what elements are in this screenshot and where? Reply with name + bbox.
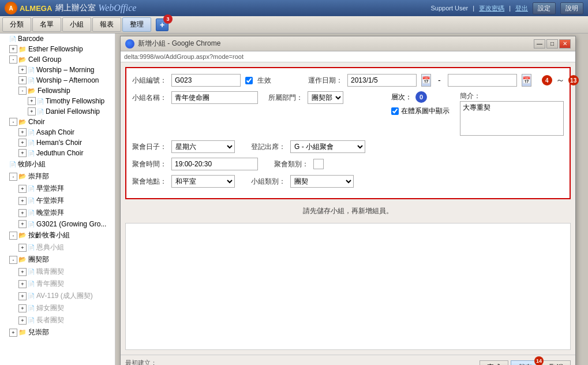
meeting-place-select[interactable]: 和平室 [171, 175, 235, 188]
nav-bar: 分類 名單 小組 報表 整理 + 3 [0, 16, 588, 33]
expand-icon[interactable]: - [9, 232, 17, 240]
sidebar-item-cellgroup[interactable]: - 📂 Cell Group [0, 54, 115, 65]
sidebar-item-noon-worship[interactable]: + 📄 午堂崇拜 [0, 195, 115, 207]
sidebar-item-label: Cell Group [28, 55, 61, 64]
sidebar-item-jeduthun[interactable]: + 📄 Jeduthun Choir [0, 148, 115, 158]
sidebar-item-age-care[interactable]: - 📂 按齡牧養小組 [0, 229, 115, 241]
meeting-time-input[interactable] [171, 158, 258, 170]
operation-date-input[interactable] [347, 74, 417, 87]
change-pwd-link[interactable]: 更改密碼 [479, 4, 504, 13]
sidebar-item-fellowship-dept[interactable]: - 📂 團契部 [0, 254, 115, 266]
expand-icon[interactable]: + [18, 128, 27, 136]
close-btn[interactable]: ✕ [559, 39, 571, 49]
settings-btn[interactable]: 設定 [533, 2, 556, 14]
group-btn[interactable]: 小組 [62, 17, 91, 32]
sidebar-item-job-fellowship[interactable]: + 📄 職青團契 [0, 266, 115, 278]
expand-icon[interactable]: + [28, 107, 36, 116]
expand-icon[interactable]: + [18, 209, 27, 217]
sidebar-item-elderly-fellowship[interactable]: + 📄 長者團契 [0, 314, 115, 326]
meeting-day-select[interactable]: 星期六 [171, 140, 235, 153]
expand-icon[interactable]: + [18, 316, 27, 325]
cal-end-btn[interactable]: 📅 [522, 74, 531, 87]
meeting-place-label: 聚會地點： [132, 177, 167, 187]
cal-start-btn[interactable]: 📅 [421, 74, 431, 87]
doc-icon: 📄 [28, 140, 35, 146]
expand-icon[interactable]: + [18, 76, 27, 84]
expand-icon[interactable]: + [18, 197, 27, 205]
expand-icon[interactable]: + [18, 149, 27, 157]
sidebar-item-barcode[interactable]: 📄 Barcode [0, 33, 115, 44]
expand-icon[interactable]: - [18, 87, 27, 95]
dept-select[interactable]: 團契部 [308, 91, 343, 104]
expand-icon[interactable]: + [18, 139, 27, 147]
active-checkbox[interactable] [245, 77, 253, 84]
add-button[interactable]: + 3 [156, 18, 168, 31]
group-name-input[interactable] [171, 91, 258, 104]
expand-icon[interactable]: + [18, 304, 27, 312]
logout-link[interactable]: 登出 [515, 4, 528, 13]
sidebar-item-grace-group[interactable]: + 📄 恩典小組 [0, 241, 115, 254]
help-btn[interactable]: 說明 [560, 2, 583, 14]
sidebar-item-daniel[interactable]: + 📄 Daniel Fellowship [0, 106, 115, 117]
expand-icon[interactable]: + [18, 292, 27, 300]
form-row-4: 聚會時間： 聚會類別： [132, 158, 564, 170]
expand-icon[interactable]: + [18, 268, 27, 276]
sidebar-item-asaph[interactable]: + 📄 Asaph Choir [0, 127, 115, 137]
expand-icon[interactable]: + [18, 220, 27, 228]
expand-icon[interactable]: + [9, 45, 17, 53]
active-label: 生效 [257, 76, 292, 85]
doc-icon: 📄 [37, 98, 44, 105]
sidebar-item-women-fellowship[interactable]: + 📄 婦女團契 [0, 302, 115, 314]
minimize-btn[interactable]: — [534, 39, 545, 49]
sidebar-item-esther[interactable]: + 📁 Esther Fellowship [0, 44, 115, 54]
group-type-select[interactable]: 團契 [290, 175, 354, 188]
expand-icon[interactable]: + [9, 329, 17, 337]
expand-icon[interactable]: + [18, 66, 27, 74]
sidebar-item-youth-fellowship[interactable]: + 📄 青年團契 [0, 278, 115, 290]
expand-icon[interactable]: - [9, 118, 17, 126]
report-btn[interactable]: 報表 [92, 17, 121, 32]
sidebar-item-label: Esther Fellowship [28, 45, 83, 53]
manage-btn[interactable]: 整理 [122, 17, 151, 32]
expand-icon[interactable]: + [18, 185, 27, 193]
sidebar-item-av119[interactable]: + 📄 AV-119 (成人團契) [0, 290, 115, 302]
complete-btn[interactable]: 完成 [480, 360, 508, 366]
message-area: 請先儲存小組，再新增組員。 [125, 204, 571, 218]
expand-icon[interactable]: - [9, 173, 17, 181]
expand-icon[interactable]: + [18, 280, 27, 288]
intro-textarea[interactable]: 大專重契 [460, 101, 564, 136]
group-code-input[interactable] [171, 74, 241, 87]
sidebar-item-fellowship[interactable]: - 📂 Fellowship [0, 85, 115, 96]
classify-btn[interactable]: 分類 [2, 17, 31, 32]
operation-date-end-input[interactable] [448, 74, 517, 87]
sidebar-item-worship-dept[interactable]: - 📂 崇拜部 [0, 170, 115, 182]
sidebar-item-choir[interactable]: - 📂 Choir [0, 117, 115, 127]
expand-icon[interactable]: - [9, 55, 17, 64]
attendance-select[interactable]: G - 小組聚會 [290, 140, 365, 153]
sidebar-item-evening-worship[interactable]: + 📄 晚堂崇拜 [0, 207, 115, 219]
expand-icon[interactable]: + [18, 244, 27, 252]
support-user-label: Support User [430, 5, 468, 12]
expand-icon[interactable]: - [9, 256, 17, 264]
doc-icon: 📄 [28, 281, 35, 287]
sidebar-item-label: Timothy Fellowship [46, 97, 104, 105]
sidebar-item-worship-afternoon[interactable]: + 📄 Worship – Afternoon [0, 75, 115, 85]
dialog-controls: — □ ✕ [534, 39, 571, 49]
save-btn[interactable]: 儲存 14 [511, 360, 540, 366]
sidebar-item-timothy[interactable]: + 📄 Timothy Fellowship [0, 96, 115, 106]
sidebar-item-worship-morning[interactable]: + 📄 Worship – Morning [0, 65, 115, 75]
sidebar-item-morning-worship[interactable]: + 📄 早堂崇拜 [0, 182, 115, 195]
sidebar-item-g3021[interactable]: + 📄 G3021 (Growing Gro... [0, 219, 115, 229]
folder-icon: 📂 [18, 118, 27, 126]
maximize-btn[interactable]: □ [546, 39, 558, 49]
doc-icon: 📄 [28, 317, 35, 323]
cancel-btn[interactable]: 取消 [542, 360, 571, 366]
sidebar-item-children-dept[interactable]: + 📁 兒崇部 [0, 326, 115, 338]
tilde-separator: ～ [556, 75, 565, 87]
name-btn[interactable]: 名單 [32, 17, 61, 32]
show-in-tree-checkbox[interactable] [391, 107, 399, 115]
expand-icon[interactable]: + [28, 97, 36, 105]
sidebar-item-pastor[interactable]: 📄 牧師小組 [0, 158, 115, 170]
sidebar-item-heman[interactable]: + 📄 Heman's Choir [0, 137, 115, 148]
sidebar-item-label: G3021 (Growing Gro... [36, 220, 106, 228]
